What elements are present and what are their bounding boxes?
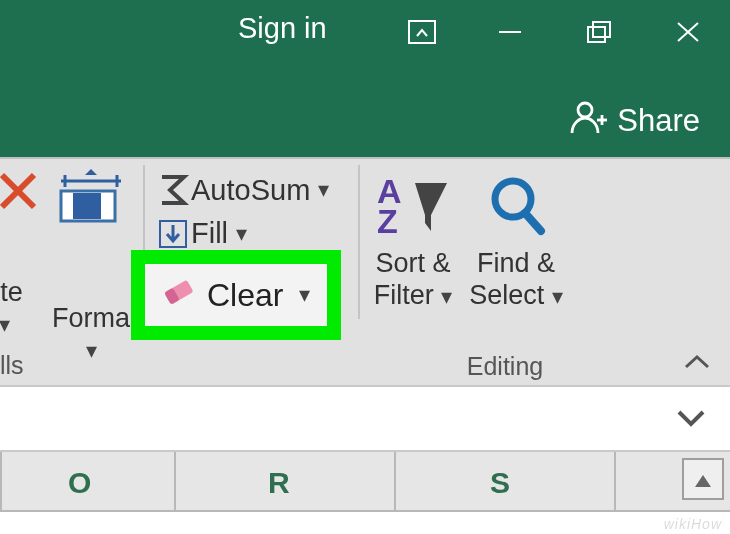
svg-rect-12	[73, 193, 101, 219]
svg-rect-0	[409, 21, 435, 43]
ribbon-display-options-icon	[407, 19, 437, 49]
expand-formula-bar-button[interactable]	[674, 405, 708, 435]
chevron-down-icon	[674, 417, 708, 434]
triangle-up-icon	[693, 462, 713, 496]
svg-text:Z: Z	[377, 202, 398, 239]
col-divider	[174, 452, 176, 510]
window-close-button[interactable]	[661, 14, 715, 54]
collapse-ribbon-button[interactable]	[682, 351, 712, 377]
fill-label: Fill	[191, 217, 228, 250]
format-label: Forma	[40, 303, 142, 334]
watermark: wikiHow	[664, 516, 722, 532]
magnifier-icon	[462, 167, 570, 245]
editing-group-label: Editing	[0, 352, 730, 381]
find-select-dropdown-caret[interactable]	[552, 284, 563, 309]
col-divider	[0, 452, 2, 510]
ribbon-display-options-button[interactable]	[395, 14, 449, 54]
delete-x-icon	[0, 199, 40, 216]
svg-rect-3	[588, 27, 605, 42]
column-header-row: O R S	[0, 452, 730, 512]
group-separator	[358, 165, 360, 319]
share-button[interactable]: Share	[569, 98, 700, 144]
sort-filter-dropdown-caret[interactable]	[441, 284, 452, 309]
sort-filter-icon: A Z	[367, 167, 459, 245]
format-icon	[55, 213, 127, 230]
sort-filter-label-1: Sort &	[375, 248, 450, 278]
eraser-icon	[159, 276, 195, 314]
clear-dropdown-caret[interactable]	[299, 282, 310, 308]
find-select-button[interactable]: Find & Select	[462, 167, 570, 312]
share-label: Share	[617, 103, 700, 139]
ribbon-editing-section: ete Forma lls AutoSum	[0, 157, 730, 385]
minimize-icon	[495, 19, 525, 49]
format-button[interactable]: Forma	[40, 167, 142, 364]
fill-down-arrow-icon	[155, 219, 191, 249]
column-header[interactable]: R	[268, 466, 290, 500]
sigma-icon	[155, 173, 191, 207]
find-select-label-2: Select	[469, 280, 544, 310]
scroll-up-button[interactable]	[682, 458, 724, 500]
clear-label: Clear	[207, 277, 283, 314]
column-header[interactable]: S	[490, 466, 510, 500]
svg-point-6	[578, 103, 592, 117]
share-person-icon	[569, 98, 607, 144]
ribbon-inner: ete Forma lls AutoSum	[0, 159, 730, 353]
sort-filter-label-2: Filter	[374, 280, 434, 310]
titlebar: Sign in Share	[0, 0, 730, 157]
formula-bar[interactable]	[0, 385, 730, 452]
col-divider	[394, 452, 396, 510]
find-select-label-1: Find &	[477, 248, 555, 278]
clear-button[interactable]: Clear	[145, 264, 327, 326]
fill-button[interactable]: Fill	[155, 217, 247, 250]
svg-line-19	[525, 213, 541, 231]
window-restore-button[interactable]	[573, 14, 627, 54]
sort-filter-button[interactable]: A Z Sort & Filter	[367, 167, 459, 312]
fill-dropdown-caret[interactable]	[236, 221, 247, 247]
chevron-up-icon	[682, 359, 712, 376]
autosum-button[interactable]: AutoSum	[155, 173, 329, 207]
sign-in-link[interactable]: Sign in	[238, 12, 327, 45]
close-icon	[673, 19, 703, 49]
tutorial-highlight: Clear	[131, 250, 341, 340]
column-header[interactable]: O	[68, 466, 91, 500]
window-minimize-button[interactable]	[483, 14, 537, 54]
autosum-label: AutoSum	[191, 174, 310, 207]
restore-icon	[585, 19, 615, 49]
autosum-dropdown-caret[interactable]	[318, 177, 329, 203]
svg-rect-2	[593, 22, 610, 37]
col-divider	[614, 452, 616, 510]
